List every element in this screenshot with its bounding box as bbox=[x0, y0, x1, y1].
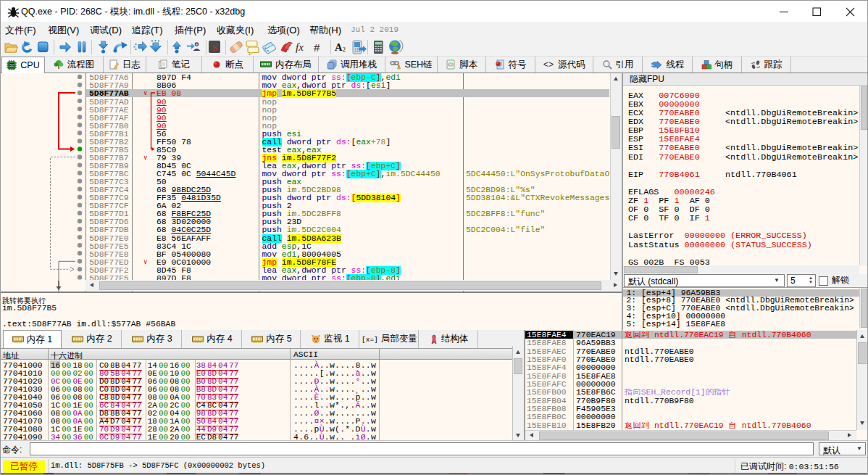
svg-text:S: S bbox=[212, 42, 217, 53]
svg-text:32: 32 bbox=[9, 63, 14, 67]
svg-text:#: # bbox=[314, 41, 320, 54]
svg-text:[x=]: [x=] bbox=[362, 336, 378, 343]
svg-text:!: ! bbox=[398, 65, 399, 69]
svg-text:<>: <> bbox=[543, 60, 554, 69]
svg-text:A: A bbox=[335, 41, 343, 53]
svg-text:2: 2 bbox=[343, 46, 346, 53]
svg-text:fx: fx bbox=[296, 41, 304, 53]
svg-text:<>: <> bbox=[448, 63, 453, 67]
